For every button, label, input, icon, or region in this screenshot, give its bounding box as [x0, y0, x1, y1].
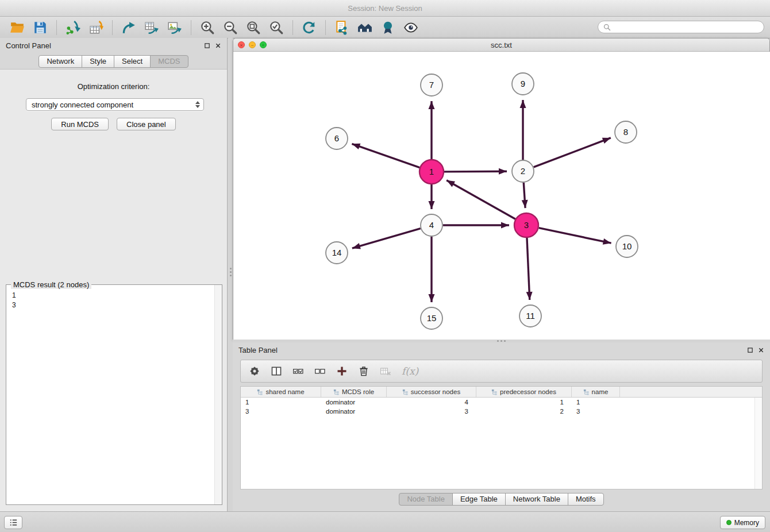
- delete-column-button[interactable]: [380, 365, 391, 377]
- graph-edge-3-1[interactable]: [446, 180, 515, 219]
- close-panel-icon[interactable]: [758, 347, 764, 353]
- search-input[interactable]: [614, 22, 759, 32]
- refresh-button[interactable]: [298, 19, 321, 36]
- network-copy-button[interactable]: [330, 19, 353, 36]
- columns-button[interactable]: [271, 365, 282, 377]
- show-details-eye-icon: [403, 20, 418, 35]
- node-table: shared nameMCDS rolesuccessor nodesprede…: [240, 386, 763, 489]
- table-scrollbar[interactable]: [754, 398, 762, 489]
- mcds-result-title: MCDS result (2 nodes): [11, 280, 91, 289]
- deselect-all-button[interactable]: [314, 365, 326, 377]
- deselect-all-icon: [314, 365, 326, 377]
- show-panels-button[interactable]: [4, 516, 22, 529]
- delete-row-icon: [358, 365, 369, 377]
- window-minimize-button[interactable]: −: [249, 41, 256, 48]
- graph-edge-2-8[interactable]: [534, 138, 611, 167]
- tab-mcds[interactable]: MCDS: [150, 55, 188, 68]
- tab-node-table[interactable]: Node Table: [399, 493, 453, 506]
- save-session-icon: [33, 20, 48, 35]
- delete-row-button[interactable]: [358, 365, 369, 377]
- toolbar-separator: [191, 20, 191, 35]
- toolbar-separator: [292, 20, 293, 35]
- show-details-eye-button[interactable]: [399, 19, 422, 36]
- add-row-button[interactable]: [336, 365, 348, 377]
- zoom-out-button[interactable]: [219, 19, 242, 36]
- memory-status-dot: [726, 520, 732, 525]
- gear-icon: [249, 365, 260, 377]
- tab-network[interactable]: Network: [38, 55, 82, 68]
- graph-edge-4-14[interactable]: [352, 229, 421, 249]
- first-neighbors-icon: [357, 20, 372, 35]
- table-row[interactable]: 3dominator323: [241, 407, 762, 416]
- apply-style-button[interactable]: [376, 19, 399, 36]
- graph-node-label: 7: [429, 80, 434, 90]
- zoom-in-button[interactable]: [196, 19, 219, 36]
- zoom-selected-button[interactable]: [265, 19, 288, 36]
- mcds-buttons-row: Run MCDS Close panel: [0, 118, 227, 130]
- control-panel-title: Control Panel: [6, 41, 51, 50]
- tab-edge-table[interactable]: Edge Table: [452, 493, 506, 506]
- zoom-fit-button[interactable]: [242, 19, 265, 36]
- column-header-icon: [257, 389, 263, 395]
- table-cell: 1: [241, 399, 321, 406]
- tab-select[interactable]: Select: [114, 55, 151, 68]
- column-header-mcds-role[interactable]: MCDS role: [321, 387, 387, 397]
- export-table-button[interactable]: [140, 19, 163, 36]
- optimization-criterion-label: Optimization criterion:: [0, 82, 227, 91]
- first-neighbors-button[interactable]: [353, 19, 376, 36]
- save-session-button[interactable]: [29, 19, 52, 36]
- column-header-icon: [402, 389, 409, 395]
- table-tabs: Node TableEdge TableNetwork TableMotifs: [233, 493, 770, 506]
- import-network-button[interactable]: [61, 19, 84, 36]
- memory-button[interactable]: Memory: [720, 516, 765, 529]
- close-panel-button[interactable]: Close panel: [117, 118, 176, 130]
- float-panel-icon[interactable]: [747, 347, 753, 353]
- column-header-successor-nodes[interactable]: successor nodes: [387, 387, 476, 397]
- graph-node-label: 4: [429, 220, 434, 230]
- graph-node-label: 1: [429, 167, 434, 176]
- import-table-button[interactable]: [84, 19, 107, 36]
- window-zoom-button[interactable]: +: [260, 41, 267, 48]
- tab-motifs[interactable]: Motifs: [568, 493, 604, 506]
- table-cell: 4: [387, 399, 476, 406]
- run-mcds-button[interactable]: Run MCDS: [51, 118, 109, 130]
- select-all-button[interactable]: [292, 365, 304, 377]
- function-builder-button[interactable]: f(x): [402, 365, 418, 377]
- export-image-button[interactable]: [163, 19, 186, 36]
- panel-resize-divider[interactable]: [228, 38, 233, 339]
- open-file-button[interactable]: [6, 19, 29, 36]
- graph-edge-2-3[interactable]: [523, 183, 525, 208]
- graph-node-label: 2: [521, 166, 525, 176]
- table-cell: 1: [476, 399, 572, 406]
- list-icon: [9, 518, 18, 527]
- gear-button[interactable]: [249, 365, 260, 377]
- table-cell: 3: [387, 408, 476, 415]
- column-header-icon: [491, 389, 498, 395]
- tab-style[interactable]: Style: [82, 55, 114, 68]
- select-stepper-icon: [195, 101, 200, 108]
- result-scrollbar[interactable]: [214, 285, 222, 504]
- graph-edge-3-11[interactable]: [527, 238, 530, 300]
- tab-network-table[interactable]: Network Table: [505, 493, 568, 506]
- export-network-button[interactable]: [117, 19, 140, 36]
- column-header-shared-name[interactable]: shared name: [241, 387, 321, 397]
- graph-edge-1-2[interactable]: [444, 171, 507, 172]
- column-header-name[interactable]: name: [572, 387, 620, 397]
- graph-edge-3-10[interactable]: [539, 228, 611, 244]
- delete-column-icon: [380, 365, 391, 377]
- column-header-predecessor-nodes[interactable]: predecessor nodes: [476, 387, 572, 397]
- network-graph[interactable]: 7968124314101511: [233, 52, 770, 341]
- mcds-result-box: MCDS result (2 nodes) 13: [6, 284, 222, 505]
- control-panel-tabs: NetworkStyleSelectMCDS: [0, 55, 227, 68]
- window-titlebar[interactable]: Session: New Session: [0, 0, 770, 17]
- table-row[interactable]: 1dominator411: [241, 398, 762, 407]
- search-box[interactable]: [598, 21, 764, 33]
- graph-node-label: 6: [334, 133, 339, 143]
- criterion-select[interactable]: strongly connected component: [26, 98, 204, 111]
- graph-edge-1-6[interactable]: [352, 144, 419, 167]
- network-window-titlebar[interactable]: × − + scc.txt: [233, 38, 769, 52]
- float-panel-icon[interactable]: [204, 43, 210, 49]
- window-close-button[interactable]: ×: [238, 41, 245, 48]
- close-panel-icon[interactable]: [215, 43, 221, 49]
- refresh-icon: [302, 20, 317, 35]
